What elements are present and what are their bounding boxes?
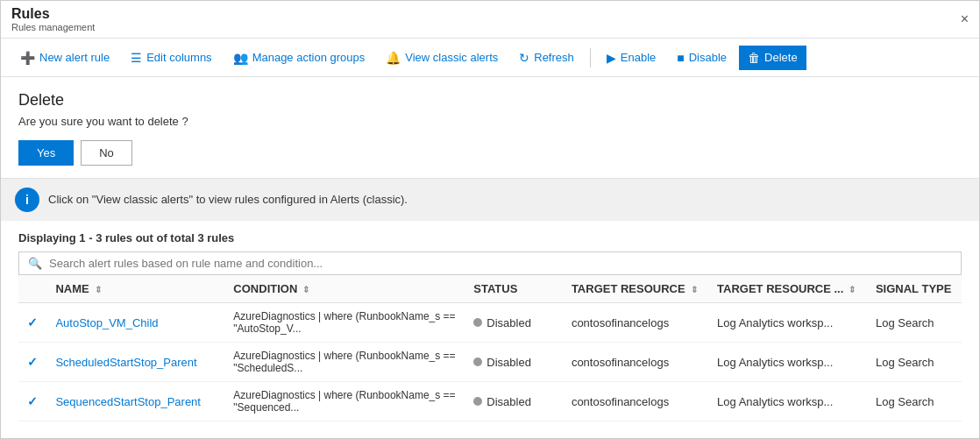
display-count: Displaying 1 - 3 rules out of total 3 ru… — [18, 231, 962, 244]
col-header-signal-type: SIGNAL TYPE — [867, 275, 962, 303]
row-signal-1: Log Search — [867, 343, 962, 382]
rules-table: NAME ⇕ CONDITION ⇕ STATUS TARGET RESOURC… — [18, 275, 962, 421]
stop-icon: ■ — [677, 51, 684, 65]
rule-name-link-1[interactable]: ScheduledStartStop_Parent — [55, 356, 196, 369]
enable-button[interactable]: ▶ Enable — [598, 46, 664, 70]
enable-label: Enable — [621, 51, 656, 64]
search-icon: 🔍 — [28, 257, 42, 270]
status-text: Disabled — [486, 356, 531, 369]
col-header-check — [18, 275, 46, 303]
columns-icon: ☰ — [131, 51, 142, 65]
delete-section: Delete Are you sure you want to delete ?… — [1, 77, 979, 179]
refresh-button[interactable]: ↻ Refresh — [510, 46, 583, 70]
view-classic-button[interactable]: 🔔 View classic alerts — [377, 46, 507, 70]
sort-icon-target-type[interactable]: ⇕ — [849, 285, 856, 294]
rule-name-link-2[interactable]: SequencedStartStop_Parent — [55, 395, 201, 408]
row-name-2: SequencedStartStop_Parent — [46, 382, 224, 421]
row-signal-2: Log Search — [867, 382, 962, 421]
edit-columns-button[interactable]: ☰ Edit columns — [122, 46, 220, 70]
row-condition-0: AzureDiagnostics | where (RunbookName_s … — [224, 303, 465, 343]
status-badge: Disabled — [473, 356, 554, 369]
col-header-status: STATUS — [465, 275, 563, 303]
row-target-1: contosofinancelogs — [563, 343, 708, 382]
search-input[interactable] — [49, 257, 952, 270]
window-title: Rules — [11, 6, 95, 22]
delete-title: Delete — [18, 91, 962, 110]
row-status-0: Disabled — [465, 303, 563, 343]
info-text: Click on "View classic alerts" to view r… — [48, 188, 408, 209]
status-dot — [473, 318, 482, 327]
plus-icon: ➕ — [20, 51, 35, 65]
delete-button[interactable]: 🗑 Delete — [739, 46, 806, 70]
info-icon: i — [15, 188, 39, 212]
view-classic-label: View classic alerts — [405, 51, 498, 64]
play-icon: ▶ — [607, 51, 616, 65]
row-status-1: Disabled — [465, 343, 563, 382]
new-alert-button[interactable]: ➕ New alert rule — [11, 46, 118, 70]
row-target-type-1: Log Analytics worksp... — [708, 343, 867, 382]
close-button[interactable]: × — [961, 11, 969, 27]
row-name-1: ScheduledStartStop_Parent — [46, 343, 224, 382]
row-target-2: contosofinancelogs — [563, 382, 708, 421]
rules-window: Rules Rules management × ➕ New alert rul… — [0, 0, 980, 439]
bell-icon: 🔔 — [386, 51, 401, 65]
checkmark-icon: ✓ — [27, 394, 38, 408]
window-subtitle: Rules management — [11, 22, 95, 32]
checkmark-icon: ✓ — [27, 355, 38, 369]
refresh-icon: ↻ — [519, 51, 529, 65]
row-target-0: contosofinancelogs — [563, 303, 708, 343]
main-content: Delete Are you sure you want to delete ?… — [1, 77, 979, 438]
row-target-type-0: Log Analytics worksp... — [708, 303, 867, 343]
title-bar: Rules Rules management × — [1, 1, 979, 39]
search-bar: 🔍 — [18, 251, 962, 275]
yes-button[interactable]: Yes — [18, 140, 74, 166]
refresh-label: Refresh — [534, 51, 574, 64]
disable-button[interactable]: ■ Disable — [668, 46, 735, 70]
no-button[interactable]: No — [81, 140, 132, 166]
manage-action-label: Manage action groups — [252, 51, 366, 64]
sort-icon-condition[interactable]: ⇕ — [302, 285, 309, 294]
table-row: ✓ AutoStop_VM_Child AzureDiagnostics | w… — [18, 303, 962, 343]
sort-icon-name[interactable]: ⇕ — [95, 285, 102, 294]
people-icon: 👥 — [233, 51, 248, 65]
delete-label: Delete — [764, 51, 798, 64]
row-status-2: Disabled — [465, 382, 563, 421]
col-header-target-type: TARGET RESOURCE ... ⇕ — [708, 275, 867, 303]
row-signal-0: Log Search — [867, 303, 962, 343]
edit-columns-label: Edit columns — [146, 51, 211, 64]
status-dot — [473, 358, 482, 366]
status-dot — [473, 397, 482, 406]
status-text: Disabled — [486, 316, 531, 329]
table-row: ✓ SequencedStartStop_Parent AzureDiagnos… — [18, 382, 962, 421]
row-check-0[interactable]: ✓ — [18, 303, 46, 343]
checkmark-icon: ✓ — [27, 315, 38, 329]
manage-action-button[interactable]: 👥 Manage action groups — [224, 46, 374, 70]
list-section: Displaying 1 - 3 rules out of total 3 ru… — [1, 221, 979, 421]
toolbar-separator — [590, 48, 591, 67]
trash-icon: 🗑 — [748, 51, 760, 65]
status-badge: Disabled — [473, 395, 554, 408]
col-header-name: NAME ⇕ — [46, 275, 224, 303]
delete-actions: Yes No — [18, 140, 962, 166]
rule-name-link-0[interactable]: AutoStop_VM_Child — [55, 316, 158, 329]
sort-icon-target[interactable]: ⇕ — [691, 285, 698, 294]
row-name-0: AutoStop_VM_Child — [46, 303, 224, 343]
row-check-1[interactable]: ✓ — [18, 343, 46, 382]
table-row: ✓ ScheduledStartStop_Parent AzureDiagnos… — [18, 343, 962, 382]
col-header-target-resource: TARGET RESOURCE ⇕ — [563, 275, 708, 303]
row-condition-2: AzureDiagnostics | where (RunbookName_s … — [224, 382, 465, 421]
new-alert-label: New alert rule — [39, 51, 110, 64]
delete-question: Are you sure you want to delete ? — [18, 115, 962, 128]
title-bar-left: Rules Rules management — [11, 6, 95, 32]
disable-label: Disable — [689, 51, 727, 64]
toolbar: ➕ New alert rule ☰ Edit columns 👥 Manage… — [1, 39, 979, 77]
info-banner: i Click on "View classic alerts" to view… — [1, 179, 979, 221]
status-badge: Disabled — [473, 316, 554, 329]
row-target-type-2: Log Analytics worksp... — [708, 382, 867, 421]
status-text: Disabled — [486, 395, 531, 408]
row-check-2[interactable]: ✓ — [18, 382, 46, 421]
col-header-condition: CONDITION ⇕ — [224, 275, 465, 303]
row-condition-1: AzureDiagnostics | where (RunbookName_s … — [224, 343, 465, 382]
